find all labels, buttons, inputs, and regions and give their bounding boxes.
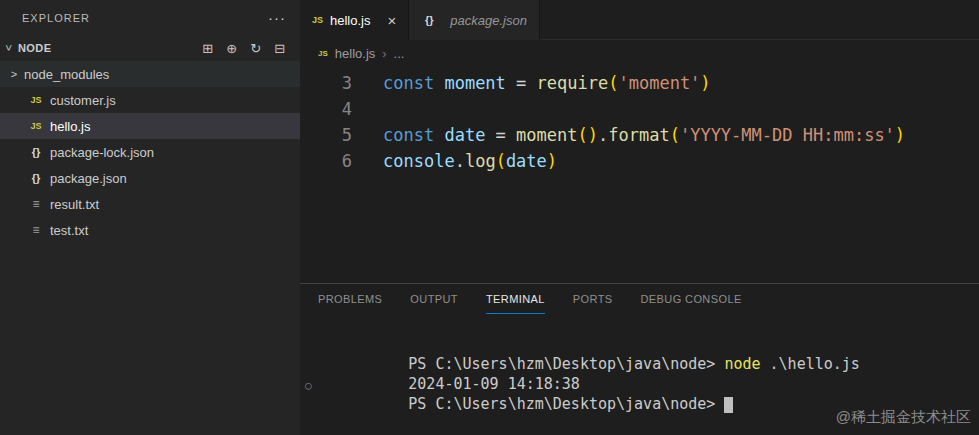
explorer-section-header[interactable]: > NODE ⊞ ⊕ ↻ ⊟ [0,35,300,61]
refresh-icon[interactable]: ↻ [248,41,264,56]
panel-tab-output[interactable]: OUTPUT [410,284,458,314]
code-line-3: 3 const moment = require('moment') [300,70,979,96]
explorer-header: EXPLORER ··· [0,0,300,35]
file-item-hello-js[interactable]: JS hello.js [0,113,300,139]
chevron-right-icon: > [6,68,22,80]
file-item-package-lock-json[interactable]: {} package-lock.json [0,139,300,165]
code-text: const date = moment().format('YYYY-MM-DD… [383,125,905,145]
breadcrumb-separator-icon: › [382,46,386,61]
panel-tab-problems[interactable]: PROBLEMS [318,284,382,314]
file-name: hello.js [50,119,90,134]
panel-tab-debug-console[interactable]: DEBUG CONSOLE [641,284,742,314]
tab-hello-js[interactable]: JS hello.js × [300,0,409,40]
tab-bar-filler [540,0,979,40]
close-icon[interactable]: × [387,13,396,28]
file-name: node_modules [24,67,109,82]
line-number[interactable]: 5 [300,125,352,145]
breadcrumb-ellipsis[interactable]: ... [394,46,405,61]
file-list: > node_modules JS customer.js JS hello.j… [0,61,300,435]
file-item-package-json[interactable]: {} package.json [0,165,300,191]
file-name: package-lock.json [50,145,154,160]
watermark: @稀土掘金技术社区 [836,408,971,427]
line-number[interactable]: 6 [300,151,352,171]
code-text: const moment = require('moment') [383,73,711,93]
txt-file-icon: ≡ [28,223,44,237]
file-item-test-txt[interactable]: ≡ test.txt [0,217,300,243]
tab-label: package.json [450,13,527,28]
section-actions: ⊞ ⊕ ↻ ⊟ [200,41,300,56]
js-file-icon: JS [312,15,323,25]
tab-package-json[interactable]: {} package.json [409,0,540,40]
json-file-icon: {} [421,14,437,26]
command-decoration-icon: ○ [305,376,312,396]
terminal-text: 2024-01-09 14:18:38 [408,375,580,393]
breadcrumb: JS hello.js › ... [300,40,979,66]
file-item-result-txt[interactable]: ≡ result.txt [0,191,300,217]
breadcrumb-file[interactable]: hello.js [335,46,375,61]
file-item-node-modules[interactable]: > node_modules [0,61,300,87]
new-folder-icon[interactable]: ⊕ [224,41,240,56]
terminal-text: PS C:\Users\hzm\Desktop\java\node> [408,395,724,413]
txt-file-icon: ≡ [28,197,44,211]
file-name: package.json [50,171,127,186]
json-file-icon: {} [28,146,44,158]
more-actions-icon[interactable]: ··· [268,9,286,26]
panel-tab-terminal[interactable]: TERMINAL [486,284,545,314]
panel-tab-ports[interactable]: PORTS [573,284,613,314]
tab-label: hello.js [330,13,370,28]
collapse-folders-icon[interactable]: ⊟ [272,41,288,56]
code-editor[interactable]: 3 const moment = require('moment') 4 5 c… [300,66,979,283]
chevron-down-icon: > [3,39,15,57]
line-number[interactable]: 3 [300,73,352,93]
js-file-icon: JS [28,121,44,131]
file-name: customer.js [50,93,116,108]
code-line-6: 6 console.log(date) [300,148,979,174]
file-name: result.txt [50,197,99,212]
json-file-icon: {} [28,172,44,184]
terminal-line: PS C:\Users\hzm\Desktop\java\node> node … [318,334,979,354]
terminal-cursor [724,397,733,413]
editor-area: JS hello.js × {} package.json JS hello.j… [300,0,979,435]
editor-tab-bar: JS hello.js × {} package.json [300,0,979,40]
file-item-customer-js[interactable]: JS customer.js [0,87,300,113]
code-text: console.log(date) [383,151,557,171]
code-line-5: 5 const date = moment().format('YYYY-MM-… [300,122,979,148]
vscode-window: EXPLORER ··· > NODE ⊞ ⊕ ↻ ⊟ > node_modul… [0,0,979,435]
code-line-4: 4 [300,96,979,122]
panel-tab-bar: PROBLEMS OUTPUT TERMINAL PORTS DEBUG CON… [300,284,979,318]
explorer-sidebar: EXPLORER ··· > NODE ⊞ ⊕ ↻ ⊟ > node_modul… [0,0,300,435]
js-file-icon: JS [28,95,44,105]
section-label: NODE [18,42,51,54]
terminal-text: PS C:\Users\hzm\Desktop\java\node> node … [408,355,860,373]
new-file-icon[interactable]: ⊞ [200,41,216,56]
js-file-icon: JS [318,49,328,58]
file-name: test.txt [50,223,88,238]
line-number[interactable]: 4 [300,99,352,119]
explorer-title: EXPLORER [22,12,90,24]
